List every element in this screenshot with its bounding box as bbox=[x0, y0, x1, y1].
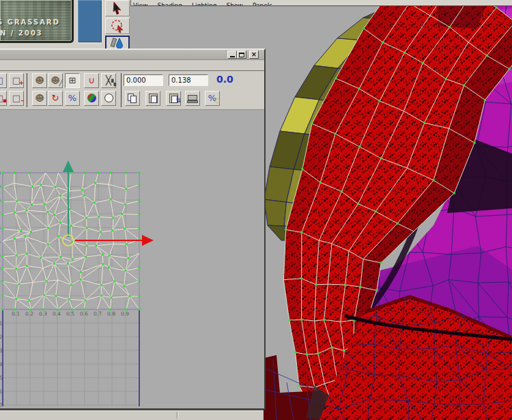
uv-grid bbox=[3, 173, 139, 406]
svg-text:0.8: 0.8 bbox=[107, 311, 115, 317]
svg-text:-0.6: -0.6 bbox=[0, 389, 3, 395]
window-minus-icon-glyph: □ bbox=[12, 93, 20, 103]
artist-watermark: S GRASSARD N / 2003 bbox=[0, 0, 74, 43]
select-arrow-icon bbox=[110, 1, 125, 16]
paste-u-icon-accent: ⇅ bbox=[175, 94, 181, 107]
image-display-icon-glyph: ☻ bbox=[35, 75, 44, 85]
checker-cut-icon[interactable]: ╳▚ bbox=[101, 73, 116, 88]
uv-lattice-red-icon-accent: ▪ bbox=[3, 94, 7, 107]
side-panel bbox=[76, 0, 103, 44]
magnet-snap-icon-glyph: ∪ bbox=[88, 75, 95, 85]
svg-text:0.5: 0.5 bbox=[0, 238, 1, 244]
grid-toggle-icon-glyph: ⊞ bbox=[69, 75, 76, 85]
toolbox bbox=[104, 0, 130, 51]
svg-text:0.6: 0.6 bbox=[0, 225, 1, 231]
svg-text:0.9: 0.9 bbox=[121, 311, 129, 317]
svg-text:0.1: 0.1 bbox=[12, 311, 20, 317]
uv-canvas[interactable]: 0.10.20.30.40.50.60.70.80.91.00.90.80.70… bbox=[0, 110, 264, 408]
svg-text:-0.5: -0.5 bbox=[0, 375, 3, 381]
svg-text:0.3: 0.3 bbox=[0, 266, 1, 272]
v-coordinate-field[interactable] bbox=[169, 74, 208, 86]
viewport-menu-bar: View Shading Lighting Show Panels bbox=[131, 0, 512, 6]
svg-text:-0.3: -0.3 bbox=[0, 348, 3, 354]
watermark-line1: S GRASSARD bbox=[0, 18, 60, 26]
svg-text:0.5: 0.5 bbox=[66, 311, 74, 317]
svg-text:-0.4: -0.4 bbox=[0, 361, 3, 367]
svg-text:0.7: 0.7 bbox=[94, 311, 102, 317]
svg-text:1.0: 1.0 bbox=[0, 170, 1, 176]
svg-text:0.8: 0.8 bbox=[0, 197, 1, 204]
checker-cut-icon-glyph: ╳ bbox=[106, 75, 111, 85]
status-bar bbox=[0, 410, 264, 420]
window-minus-icon[interactable]: □– bbox=[9, 91, 24, 106]
svg-text:0.4: 0.4 bbox=[53, 311, 61, 317]
refresh-readout: 0.0 bbox=[216, 74, 233, 85]
minimize-icon bbox=[230, 56, 235, 57]
uv-axis-labels: 0.10.20.30.40.50.60.70.80.91.00.90.80.70… bbox=[0, 170, 129, 408]
image-small-icon[interactable]: ☻ bbox=[32, 91, 47, 106]
svg-text:0.7: 0.7 bbox=[0, 211, 1, 217]
svg-text:0.9: 0.9 bbox=[0, 184, 1, 190]
cycle-uv-icon-accent: ○ bbox=[214, 94, 220, 107]
svg-text:0.2: 0.2 bbox=[0, 279, 1, 285]
checker-cut-icon-accent: ▚ bbox=[111, 76, 116, 89]
circle-glyph bbox=[104, 94, 113, 102]
cycle-uv-icon[interactable]: %○ bbox=[205, 91, 220, 106]
uv-lattice-icon[interactable]: ◧ bbox=[0, 73, 7, 88]
status-bar-divider bbox=[177, 412, 178, 419]
rgb-sphere-glyph bbox=[87, 94, 96, 102]
maya-screen: { "watermark": { "line1": "S GRASSARD", … bbox=[0, 0, 512, 420]
uv-window-menu-strip bbox=[0, 60, 264, 71]
lasso-tool[interactable] bbox=[105, 18, 130, 34]
toolbar-separator bbox=[121, 73, 122, 107]
lasso-icon bbox=[110, 18, 125, 33]
uv-texture-editor-window: × 0.0 ◧□+☻☻╱⊞∪╳▚◧▪□–☻↻%⇅%○ 0.10.20.30.40… bbox=[0, 48, 266, 410]
rgb-display-icon[interactable] bbox=[84, 91, 99, 106]
close-button[interactable]: × bbox=[249, 51, 259, 59]
manipulator-v-arrowhead[interactable] bbox=[63, 160, 74, 172]
u-coordinate-field[interactable] bbox=[124, 74, 163, 86]
image-edit-icon[interactable]: ☻╱ bbox=[48, 73, 63, 88]
image-edit-icon-accent: ╱ bbox=[59, 76, 63, 89]
svg-text:0.1: 0.1 bbox=[0, 293, 1, 299]
image-display-icon[interactable]: ☻ bbox=[32, 73, 47, 88]
maximize-icon bbox=[239, 53, 244, 57]
magnet-snap-icon[interactable]: ∪ bbox=[84, 73, 99, 88]
watermark-line2: N / 2003 bbox=[0, 29, 43, 37]
manipulator-u-arrowhead[interactable] bbox=[142, 235, 154, 246]
toolbar-separator bbox=[27, 73, 27, 107]
uv-window-titlebar[interactable]: × bbox=[0, 50, 264, 60]
minimize-button[interactable] bbox=[227, 51, 237, 59]
paste-u-icon[interactable]: ⇅ bbox=[166, 91, 181, 106]
snap-percent-icon[interactable]: % bbox=[65, 91, 80, 106]
stamp-uv-icon[interactable] bbox=[185, 91, 200, 106]
uv-toolbar: 0.0 ◧□+☻☻╱⊞∪╳▚◧▪□–☻↻%⇅%○ bbox=[0, 71, 264, 110]
svg-text:0.6: 0.6 bbox=[80, 311, 88, 317]
paint-brush-icon bbox=[110, 36, 125, 50]
maximize-button[interactable] bbox=[237, 51, 246, 59]
close-icon: × bbox=[251, 51, 257, 58]
svg-text:0.4: 0.4 bbox=[0, 252, 1, 258]
window-plus-icon-accent: + bbox=[18, 76, 24, 89]
image-small-icon-glyph: ☻ bbox=[35, 93, 44, 103]
svg-text:-0.1: -0.1 bbox=[0, 320, 3, 326]
refresh-icon-glyph: ↻ bbox=[52, 93, 59, 103]
snap-percent-icon-glyph: % bbox=[68, 93, 76, 103]
refresh-icon[interactable]: ↻ bbox=[48, 91, 63, 106]
window-plus-icon[interactable]: □+ bbox=[9, 73, 24, 88]
svg-text:-0.7: -0.7 bbox=[0, 402, 3, 408]
select-tool[interactable] bbox=[105, 0, 130, 16]
svg-text:-0.2: -0.2 bbox=[0, 334, 3, 340]
svg-text:0.2: 0.2 bbox=[25, 311, 33, 317]
copy-uv-icon[interactable] bbox=[125, 91, 140, 106]
grid-toggle-icon[interactable]: ⊞ bbox=[65, 73, 80, 88]
svg-text:0.3: 0.3 bbox=[39, 311, 47, 317]
uv-canvas-svg: 0.10.20.30.40.50.60.70.80.91.00.90.80.70… bbox=[0, 110, 264, 408]
uv-lattice-red-icon[interactable]: ◧▪ bbox=[0, 91, 7, 106]
uv-lattice-icon-glyph: ◧ bbox=[0, 75, 3, 85]
alpha-display-icon[interactable] bbox=[101, 91, 116, 106]
window-minus-icon-accent: – bbox=[21, 94, 25, 107]
paste-uv-icon[interactable] bbox=[145, 91, 160, 106]
